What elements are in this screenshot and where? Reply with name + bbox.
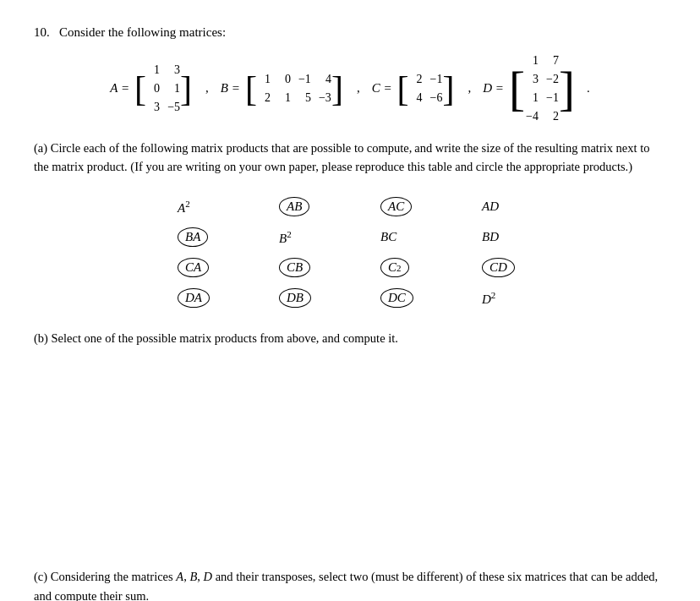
matrix-d-expr: D = [ 1 7 3 −2 1 −1	[483, 52, 575, 125]
d42: 2	[545, 107, 559, 125]
product-AD-label: AD	[482, 199, 499, 214]
a31: 3	[146, 98, 160, 116]
b23: 5	[298, 89, 311, 107]
product-CA: CA	[169, 253, 271, 283]
d12: 7	[545, 52, 559, 69]
b24: −3	[318, 89, 331, 107]
product-CA-label: CA	[178, 258, 209, 277]
matrix-b-rows: 1 0 −1 4 2 1 5 −3	[257, 70, 331, 107]
matrix-c-bracket: [ 2 −1 4 −6 ]	[397, 70, 455, 107]
b12: 0	[277, 70, 291, 88]
matrix-d-row-1: 1 7	[525, 52, 559, 69]
comma-2: ,	[357, 81, 360, 96]
product-AD: AD	[473, 192, 575, 222]
part-a-label: (a)	[34, 141, 51, 155]
comma-1: ,	[205, 81, 209, 96]
matrix-d-label: D =	[483, 81, 504, 96]
matrix-d-row-2: 3 −2	[525, 70, 559, 88]
matrix-c-label: C =	[372, 81, 392, 96]
matrix-a-right-bracket: ]	[180, 71, 192, 107]
problem-header: 10. Consider the following matrices:	[34, 25, 666, 40]
matrix-a-expr: A = [ 1 3 0 1 3 −5 ]	[110, 61, 192, 116]
product-BA-label: BA	[178, 227, 208, 247]
matrices-line: A = [ 1 3 0 1 3 −5 ]	[34, 52, 666, 125]
matrix-b-label: B =	[221, 81, 240, 96]
product-DC: DC	[372, 283, 473, 314]
b21: 2	[257, 89, 271, 107]
product-A2: A2	[169, 192, 271, 222]
d22: −2	[545, 70, 559, 88]
product-DB-label: DB	[279, 288, 311, 308]
matrix-a-row-1: 1 3	[146, 61, 180, 79]
product-CB-label: CB	[279, 258, 310, 277]
product-AC-label: AC	[380, 197, 412, 216]
matrix-a-bracket: [ 1 3 0 1 3 −5 ]	[134, 61, 192, 116]
part-a-section: (a) Circle each of the following matrix …	[34, 139, 666, 314]
matrix-c-row-2: 4 −6	[409, 89, 443, 107]
product-CD: CD	[473, 253, 575, 283]
product-B2-label: B2	[279, 229, 292, 246]
matrix-d-row-3: 1 −1	[525, 89, 559, 107]
period: .	[587, 81, 590, 96]
matrix-d-left-bracket: [	[509, 64, 525, 112]
problem-number: 10.	[34, 25, 59, 40]
product-BC-label: BC	[380, 230, 396, 244]
part-b-text: (b) Select one of the possible matrix pr…	[34, 329, 666, 347]
matrix-d-bracket: [ 1 7 3 −2 1 −1 −4	[509, 52, 575, 125]
matrix-b-right-bracket: ]	[331, 71, 343, 107]
product-BD: BD	[473, 222, 575, 253]
a21: 0	[146, 79, 160, 97]
product-D2: D2	[473, 283, 575, 314]
part-c-text: (c) Considering the matrices A, B, D and…	[34, 567, 666, 601]
matrix-b-bracket: [ 1 0 −1 4 2 1 5 −3 ]	[245, 70, 343, 107]
b11: 1	[257, 70, 271, 88]
product-BA: BA	[169, 222, 271, 253]
part-a-text: (a) Circle each of the following matrix …	[34, 139, 666, 177]
product-A2-label: A2	[178, 199, 190, 216]
b14: 4	[318, 70, 331, 88]
product-DA: DA	[169, 283, 271, 314]
a32: −5	[167, 98, 180, 116]
part-c-section: (c) Considering the matrices A, B, D and…	[34, 567, 666, 601]
comma-3: ,	[468, 81, 472, 96]
matrix-b-row-1: 1 0 −1 4	[257, 70, 331, 88]
part-b-section: (b) Select one of the possible matrix pr…	[34, 329, 666, 347]
a11: 1	[146, 61, 160, 79]
product-DB: DB	[271, 283, 372, 314]
d11: 1	[525, 52, 539, 69]
b13: −1	[298, 70, 311, 88]
product-AC: AC	[372, 192, 473, 222]
a22: 1	[167, 79, 180, 97]
matrix-c-rows: 2 −1 4 −6	[409, 70, 443, 107]
product-AB-label: AB	[279, 197, 309, 216]
matrix-d-row-4: −4 2	[525, 107, 559, 125]
matrix-d-right-bracket: ]	[559, 64, 575, 112]
part-b-label: (b)	[34, 331, 52, 345]
problem-container: 10. Consider the following matrices: A =…	[34, 25, 666, 601]
product-B2: B2	[271, 222, 372, 253]
matrix-b-left-bracket: [	[245, 71, 257, 107]
c12: −1	[429, 70, 443, 88]
product-DA-label: DA	[178, 288, 210, 308]
matrix-d-rows: 1 7 3 −2 1 −1 −4 2	[525, 52, 559, 125]
c21: 4	[409, 89, 423, 107]
product-DC-label: DC	[380, 288, 413, 308]
part-c-label: (c)	[34, 570, 51, 583]
matrix-c-expr: C = [ 2 −1 4 −6 ]	[372, 70, 455, 107]
product-AB: AB	[271, 192, 372, 222]
d31: 1	[525, 89, 539, 107]
d32: −1	[545, 89, 559, 107]
product-BD-label: BD	[482, 230, 499, 244]
b22: 1	[277, 89, 291, 107]
c11: 2	[409, 70, 423, 88]
matrix-c-left-bracket: [	[397, 71, 409, 107]
a12: 3	[167, 61, 180, 79]
matrix-c-row-1: 2 −1	[409, 70, 443, 88]
matrix-a-rows: 1 3 0 1 3 −5	[146, 61, 180, 116]
matrix-a-label: A =	[110, 81, 129, 96]
d41: −4	[525, 107, 539, 125]
product-CD-label: CD	[482, 258, 515, 277]
matrix-c-right-bracket: ]	[443, 71, 455, 107]
matrix-b-row-2: 2 1 5 −3	[257, 89, 331, 107]
matrix-a-row-3: 3 −5	[146, 98, 180, 116]
